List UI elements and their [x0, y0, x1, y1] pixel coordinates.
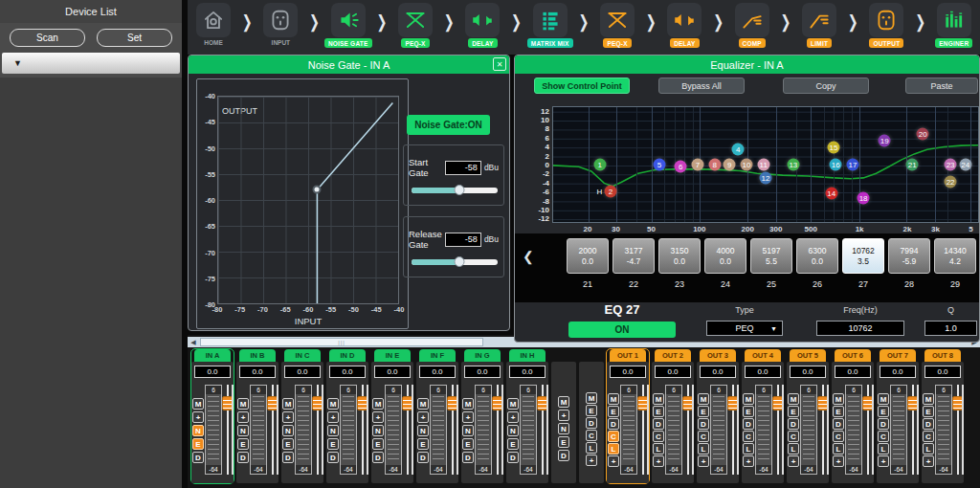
type-dropdown[interactable]: PEQ ▼ — [706, 321, 783, 336]
eq-band-cell-26[interactable]: 63000.0 — [796, 238, 838, 274]
strip-button-C[interactable]: C — [608, 431, 619, 442]
strip-button-N[interactable]: N — [237, 425, 249, 436]
toolbar-item-peq-x[interactable]: PEQ-X — [595, 3, 639, 48]
device-dropdown[interactable]: ▼ — [2, 53, 180, 74]
channel-label[interactable]: IN B — [239, 349, 276, 362]
start-gate-slider-handle[interactable] — [454, 185, 464, 195]
strip-button-+[interactable]: + — [833, 455, 844, 467]
strip-button-N[interactable]: N — [507, 425, 519, 436]
strip-button-+[interactable]: + — [507, 411, 519, 423]
toolbar-item-comp[interactable]: COMP — [730, 3, 774, 48]
strip-button-D[interactable]: D — [608, 418, 619, 430]
scrollbar-thumb[interactable]: ||| — [200, 338, 483, 346]
eq-control-point-18[interactable]: 18 — [858, 191, 870, 204]
strip-button-+[interactable]: + — [462, 411, 474, 423]
channel-gain-value[interactable]: 0.0 — [924, 366, 961, 378]
channel-label[interactable]: IN E — [374, 349, 411, 362]
toolbar-item-input[interactable]: INPUT — [258, 3, 302, 46]
strip-button-D[interactable]: D — [743, 418, 754, 430]
fader[interactable] — [403, 385, 412, 475]
eq-control-point-12[interactable]: 12 — [760, 171, 772, 184]
eq-band-cell-27[interactable]: 107623.5 — [842, 238, 884, 274]
strip-button-M[interactable]: M — [282, 398, 294, 410]
channel-gain-value[interactable]: 0.0 — [655, 366, 691, 378]
strip-button-D[interactable]: D — [237, 452, 249, 463]
strip-button-D[interactable]: D — [192, 452, 204, 463]
fader[interactable] — [728, 385, 737, 475]
release-gate-value[interactable]: -58 — [445, 233, 481, 247]
strip-button-M[interactable]: M — [743, 393, 754, 405]
fader[interactable] — [268, 385, 277, 475]
fader[interactable] — [773, 385, 782, 475]
strip-button-C[interactable]: C — [923, 431, 934, 442]
scan-button[interactable]: Scan — [10, 29, 85, 47]
strip-button-M[interactable]: M — [507, 398, 519, 410]
set-button[interactable]: Set — [97, 29, 172, 47]
strip-button-D[interactable]: D — [282, 452, 294, 463]
strip-button-M[interactable]: M — [698, 393, 709, 405]
fader[interactable] — [538, 385, 546, 475]
channel-gain-value[interactable]: 0.0 — [509, 366, 546, 378]
strip-button-E[interactable]: E — [237, 438, 249, 450]
strip-button-N[interactable]: N — [462, 425, 474, 436]
toolbar-item-output[interactable]: OUTPUT — [864, 3, 908, 48]
freq-field[interactable]: 10762 — [816, 321, 904, 336]
eq-control-point-24[interactable]: 24 — [959, 159, 971, 171]
strip-button-M[interactable]: M — [192, 398, 204, 410]
strip-button-+[interactable]: + — [417, 411, 429, 423]
fader[interactable] — [818, 385, 827, 475]
channel-label[interactable]: OUT 6 — [835, 349, 871, 362]
strip-button-L[interactable]: L — [698, 443, 709, 455]
eq-control-point-22[interactable]: 22 — [945, 176, 957, 189]
strip-button-+[interactable]: + — [237, 411, 249, 423]
strip-button-E[interactable]: E — [878, 406, 889, 417]
q-field[interactable]: 1.0 — [924, 321, 977, 336]
eq-control-point-20[interactable]: 20 — [917, 127, 929, 140]
strip-button-M[interactable]: M — [417, 398, 429, 410]
channel-label[interactable]: OUT 7 — [880, 349, 916, 362]
eq-band-cell-25[interactable]: 51975.5 — [750, 238, 792, 274]
eq-band-cell-24[interactable]: 40000.0 — [704, 238, 746, 274]
strip-button-D[interactable]: D — [788, 418, 799, 430]
toolbar-item-peq-x[interactable]: PEQ-X — [393, 3, 437, 48]
strip-button-N[interactable]: N — [558, 423, 569, 434]
channel-gain-value[interactable]: 0.0 — [880, 366, 916, 378]
strip-button-N[interactable]: N — [282, 425, 294, 436]
strip-button-E[interactable]: E — [192, 438, 204, 450]
fader[interactable] — [953, 385, 962, 475]
strip-button-E[interactable]: E — [653, 406, 664, 417]
strip-button-+[interactable]: + — [372, 411, 384, 423]
noise-gate-graph[interactable] — [217, 96, 399, 304]
strip-button-E[interactable]: E — [558, 436, 569, 448]
eq-control-point-4[interactable]: 4 — [732, 143, 745, 155]
strip-button-L[interactable]: L — [833, 443, 844, 455]
strip-button-E[interactable]: E — [417, 438, 429, 450]
strip-button-C[interactable]: C — [788, 431, 799, 442]
channel-label[interactable]: IN A — [194, 349, 231, 362]
channel-gain-value[interactable]: 0.0 — [419, 366, 456, 378]
strip-button-+[interactable]: + — [282, 411, 294, 423]
strip-button-+[interactable]: + — [586, 455, 597, 466]
toolbar-item-home[interactable]: HOME — [191, 3, 235, 46]
eq-control-point-11[interactable]: 11 — [757, 159, 769, 171]
eq-control-point-8[interactable]: 8 — [708, 159, 721, 171]
strip-button-E[interactable]: E — [833, 406, 844, 417]
close-icon[interactable]: ✕ — [493, 57, 506, 71]
scroll-left-icon[interactable]: ◀ — [188, 337, 199, 347]
eq-control-point-17[interactable]: 17 — [847, 159, 859, 171]
strip-button-L[interactable]: L — [586, 442, 597, 454]
strip-button-M[interactable]: M — [327, 398, 339, 410]
strip-button-D[interactable]: D — [833, 418, 844, 430]
strip-button-M[interactable]: M — [653, 393, 664, 405]
channel-gain-value[interactable]: 0.0 — [700, 366, 736, 378]
channel-label[interactable]: IN G — [464, 349, 501, 362]
strip-button-E[interactable]: E — [923, 406, 934, 417]
channel-gain-value[interactable]: 0.0 — [464, 366, 501, 378]
eq-button-paste[interactable]: Paste — [905, 78, 978, 94]
strip-button-E[interactable]: E — [698, 406, 709, 417]
toolbar-item-delay[interactable]: DELAY — [662, 3, 706, 48]
eq-band-cell-29[interactable]: 143404.2 — [934, 238, 976, 274]
strip-button-E[interactable]: E — [743, 406, 754, 417]
strip-button-+[interactable]: + — [327, 411, 339, 423]
strip-button-E[interactable]: E — [462, 438, 474, 450]
